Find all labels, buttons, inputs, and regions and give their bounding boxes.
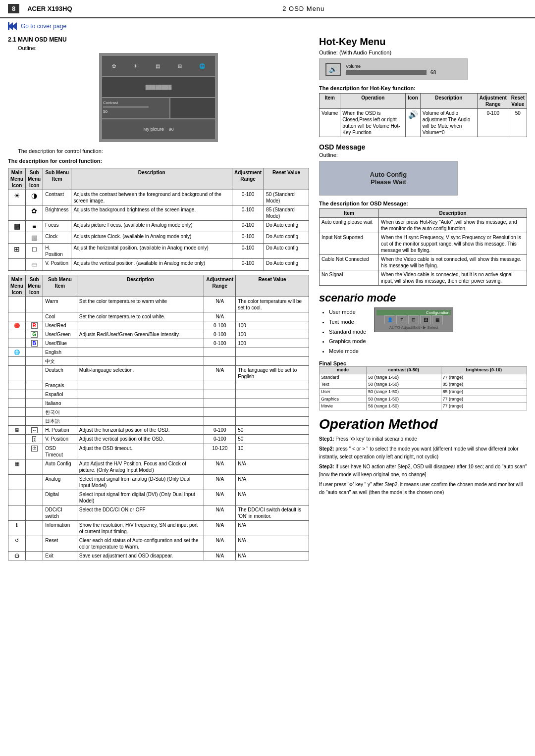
operation-step: Step2: press " < or > " to select the mo…	[319, 445, 527, 461]
item-name2: Français	[43, 381, 77, 390]
item-name: Clock	[43, 232, 71, 244]
operation-step: Step1: Press '⚙ key' to initial scenario…	[319, 435, 527, 443]
spec-cell: 50 (range 1-50)	[366, 389, 441, 396]
table2-row: Warm Set the color temperature to warm w…	[8, 297, 309, 312]
scenario-title: scenario mode	[319, 292, 527, 304]
sub-icon2	[26, 390, 43, 399]
volume-label: Volume	[346, 64, 461, 69]
col-range: AdjustmentRange	[232, 168, 264, 190]
autoconfig-line1: Auto Config	[370, 171, 407, 178]
table2-row: 🖥 ↔ H. Position Adjust the horizontal po…	[8, 425, 309, 435]
range: 0-100	[232, 259, 264, 270]
main-icon2	[8, 339, 26, 348]
item-name2: English	[43, 348, 77, 356]
hk-operation: When the OSD is Closed,Press left or rig…	[340, 109, 406, 137]
table2-row: 中文	[8, 356, 309, 365]
col2-desc: Description	[77, 275, 204, 297]
range2: N/A	[204, 459, 236, 474]
range: 0-100	[232, 232, 264, 244]
spec-cell: 77 (range)	[441, 374, 527, 381]
final-spec-row: User50 (range 1-50)85 (range)	[320, 389, 527, 396]
spec-cell: 50 (range 1-50)	[366, 381, 441, 389]
description2: Save user adjustment and OSD disappear.	[77, 551, 204, 560]
range: 0-100	[232, 244, 264, 259]
main-icon2	[8, 312, 26, 321]
sub-icon2	[26, 297, 43, 312]
sub-icon: ▦	[26, 232, 43, 244]
spec-cell: Standard	[320, 374, 367, 381]
skip-to-start-icon	[8, 22, 18, 30]
reset-value2	[236, 312, 309, 321]
reset-value2: N/A	[236, 520, 309, 536]
scenario-mode-item: Movie mode	[329, 347, 366, 356]
table2-row: 한국어	[8, 407, 309, 416]
spec-cell: Graphics	[320, 396, 367, 403]
hotkey-row-volume: Volume When the OSD is Closed,Press left…	[320, 109, 527, 137]
main-icon2: 🔴	[8, 321, 26, 330]
table2-row: ↕ V. Position Adjust the vertical positi…	[8, 435, 309, 444]
main-icon: ☀	[8, 190, 26, 205]
osd-item: Auto config please wait	[320, 218, 379, 233]
section-title-header: 2 OSD Menu	[80, 5, 527, 12]
description2: Adjust the OSD timeout.	[77, 444, 204, 459]
reset-value: Do Auto config	[264, 221, 309, 232]
reset-value: Do Auto config	[264, 244, 309, 259]
main-content: 2.1 MAIN OSD MENU Outline: ✿ ☀ ▤ ⊞ 🌐 ▓▓▓…	[0, 32, 535, 564]
main-icon2	[8, 356, 26, 365]
reset-value2: 100	[236, 321, 309, 330]
main-icon: ▤	[8, 221, 26, 232]
osd-desc: When the Video cable is connected, but i…	[379, 270, 527, 286]
item-name2: V. Position	[43, 435, 77, 444]
sub-icon2: ↕	[26, 435, 43, 444]
reset-value: Do Auto config	[264, 232, 309, 244]
description2: Select the DDC/CI ON or OFF	[77, 505, 204, 520]
range2: N/A	[204, 365, 236, 381]
table2-row: ▦ Auto Config Auto Adjust the H/V Positi…	[8, 459, 309, 474]
range2	[204, 390, 236, 399]
reset-value2	[236, 348, 309, 356]
main-icon2	[8, 444, 26, 459]
description: Adjusts the background brightness of the…	[71, 205, 232, 221]
range: 0-100	[232, 205, 264, 221]
item-name2: 한국어	[43, 407, 77, 416]
reset-value2	[236, 356, 309, 365]
spec-cell: 85 (range)	[441, 389, 527, 396]
main-icon2	[8, 390, 26, 399]
main-icon2	[8, 474, 26, 490]
range2: N/A	[204, 551, 236, 560]
spec-cell: Movie	[320, 403, 367, 410]
spec-cell: User	[320, 389, 367, 396]
osd-item: No Signal	[320, 270, 379, 286]
sub-icon2	[26, 474, 43, 490]
range2: N/A	[204, 312, 236, 321]
item-name2: Digital	[43, 490, 77, 505]
range: 0-100	[232, 190, 264, 205]
description2	[77, 339, 204, 348]
osd-item: Cable Not Connected	[320, 255, 379, 270]
range2: N/A	[204, 297, 236, 312]
description2	[77, 348, 204, 356]
table2-wrapper: MainMenuIcon SubMenuIcon Sub MenuItem De…	[8, 275, 309, 560]
volume-bar	[346, 70, 427, 75]
range2	[204, 348, 236, 356]
outline-label: Outline:	[8, 45, 309, 51]
scenario-mode-item: User mode	[329, 307, 366, 317]
range2: N/A	[204, 536, 236, 551]
table2-row: G User/Green Adjusts Red/User/Green Gree…	[8, 330, 309, 339]
col-reset: Reset Value	[264, 168, 309, 190]
operation-step: If user press '⚙' key " y" after Step2, …	[319, 481, 527, 497]
main-icon2	[8, 407, 26, 416]
reset-value2: 100	[236, 330, 309, 339]
range2: N/A	[204, 474, 236, 490]
hk-desc: Volume of Audio adjustment The Audio wil…	[420, 109, 477, 137]
item-name2: User/Red	[43, 321, 77, 330]
table2-row: 日本語	[8, 416, 309, 425]
sub-icon2: R	[26, 321, 43, 330]
spec-cell: 77 (range)	[441, 396, 527, 403]
reset-value2: 50	[236, 435, 309, 444]
sub-icon: ✿	[26, 205, 43, 221]
go-to-cover-link[interactable]: Go to cover page	[0, 18, 535, 32]
osd-msg-row: Input Not Suported When the H sync Frequ…	[320, 233, 527, 255]
table2-row: Deutsch Multi-language selection. N/A Th…	[8, 365, 309, 381]
hotkey-table: Item Operation Icon Description Adjustme…	[319, 93, 527, 137]
